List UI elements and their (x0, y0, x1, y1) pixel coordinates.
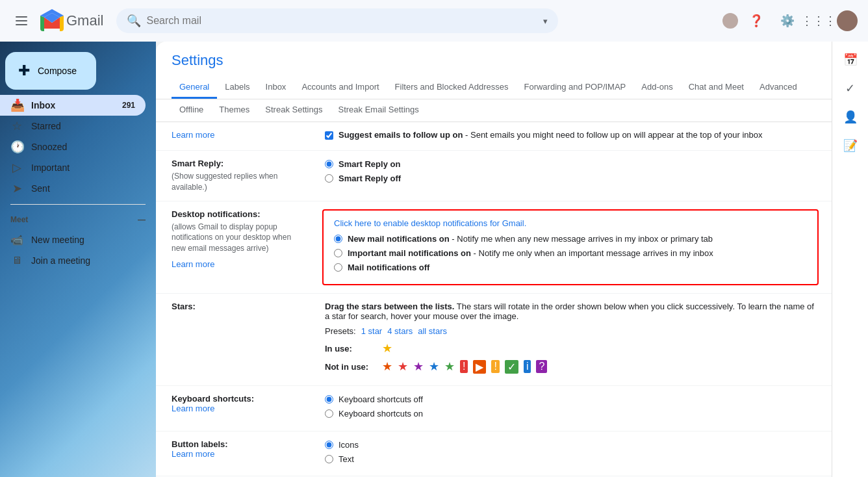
notifications-highlighted-box: Click here to enable desktop notificatio… (322, 209, 819, 286)
important-mail-notifications-radio[interactable] (334, 249, 342, 257)
meet-collapse-icon[interactable]: — (138, 215, 146, 224)
star-not-use-3[interactable]: ★ (413, 359, 424, 374)
important-mail-on-label[interactable]: Important mail notifications on - Notify… (348, 248, 713, 259)
tab-accounts[interactable]: Accounts and Import (294, 77, 387, 99)
button-text-radio[interactable] (325, 455, 333, 463)
account-avatar-small[interactable] (722, 13, 738, 29)
tab-advanced[interactable]: Advanced (752, 77, 805, 99)
star-not-use-check-green[interactable]: ✓ (505, 360, 518, 374)
button-icons-radio[interactable] (325, 441, 333, 449)
right-icon-tasks[interactable]: ✓ (837, 75, 863, 101)
sidebar-label-snoozed: Snoozed (31, 142, 67, 152)
top-right-actions: ❓ ⚙️ ⋮⋮⋮ (722, 8, 858, 34)
shortcuts-off-radio[interactable] (325, 395, 333, 404)
tab-filters[interactable]: Filters and Blocked Addresses (387, 77, 517, 99)
shortcuts-on-label[interactable]: Keyboard shortcuts on (338, 408, 423, 420)
smart-reply-off-radio[interactable] (325, 174, 333, 183)
desktop-notifications-learn-more[interactable]: Learn more (172, 259, 304, 269)
subtab-offline[interactable]: Offline (172, 99, 211, 122)
preset-4stars[interactable]: 4 stars (387, 326, 413, 336)
new-mail-on-option: New mail notifications on - Notify me wh… (334, 233, 807, 245)
search-dropdown-icon[interactable]: ▾ (543, 16, 548, 26)
star-in-use-1[interactable]: ★ (382, 341, 392, 355)
star-not-use-4[interactable]: ★ (429, 359, 439, 374)
smart-reply-off-option: Smart Reply off (325, 173, 816, 185)
smart-reply-on-label[interactable]: Smart Reply on (338, 159, 400, 170)
stars-presets-row: Presets: 1 star 4 stars all stars (325, 326, 816, 336)
shortcuts-on-radio[interactable] (325, 409, 333, 418)
right-icon-calendar[interactable]: 📅 (837, 47, 863, 73)
suggest-emails-label[interactable]: Suggest emails to follow up on - Sent em… (338, 130, 762, 140)
subtab-streak[interactable]: Streak Settings (257, 99, 330, 122)
star-not-use-exclaim-red[interactable]: ! (460, 360, 468, 373)
button-text-option: Text (325, 454, 816, 465)
button-icons-label[interactable]: Icons (338, 439, 359, 451)
desktop-notifications-sublabel: (allows Gmail to display popup notificat… (172, 222, 304, 254)
search-bar[interactable]: 🔍 ▾ (116, 8, 558, 33)
help-button[interactable]: ❓ (743, 8, 769, 34)
new-mail-notifications-radio[interactable] (334, 235, 342, 243)
stars-section: Drag the stars between the lists. The st… (325, 302, 816, 374)
preset-1star[interactable]: 1 star (361, 326, 383, 336)
right-icon-contacts[interactable]: 👤 (837, 104, 863, 130)
button-labels-row: Button labels: Learn more Icons Text (156, 432, 832, 476)
important-icon: ▷ (10, 161, 23, 175)
star-not-use-arrow-orange[interactable]: ▶ (473, 360, 486, 374)
star-not-use-question-purple[interactable]: ? (536, 360, 547, 373)
hamburger-menu[interactable] (10, 11, 32, 31)
tab-addons[interactable]: Add-ons (633, 77, 680, 99)
search-input[interactable] (146, 15, 538, 27)
shortcuts-off-option: Keyboard shortcuts off (325, 394, 816, 406)
sidebar-item-snoozed[interactable]: 🕐 Snoozed (0, 136, 146, 157)
star-not-use-info-blue[interactable]: i (524, 360, 531, 373)
sidebar-item-sent[interactable]: ➤ Sent (0, 178, 146, 199)
settings-header: Settings General Labels Inbox Accounts a… (156, 42, 832, 99)
suggest-emails-learn-more[interactable]: Learn more (172, 130, 214, 140)
subtab-themes[interactable]: Themes (211, 99, 257, 122)
apps-button[interactable]: ⋮⋮⋮ (806, 8, 832, 34)
sidebar-item-important[interactable]: ▷ Important (0, 157, 146, 178)
stars-row: Stars: Drag the stars between the lists.… (156, 294, 832, 386)
keyboard-shortcuts-learn-more[interactable]: Learn more (172, 404, 214, 413)
preset-allstars[interactable]: all stars (418, 326, 447, 336)
keyboard-shortcuts-row: Keyboard shortcuts: Learn more Keyboard … (156, 386, 832, 431)
star-not-use-exclaim-yellow[interactable]: ! (491, 360, 499, 373)
button-text-label[interactable]: Text (338, 454, 354, 465)
button-labels-learn-more[interactable]: Learn more (172, 449, 214, 459)
sidebar-item-inbox[interactable]: 📥 Inbox 291 (0, 95, 146, 116)
settings-title: Settings (172, 52, 816, 69)
inbox-badge: 291 (122, 101, 135, 110)
right-icon-keep[interactable]: 📝 (837, 133, 863, 159)
mail-off-label[interactable]: Mail notifications off (348, 262, 429, 274)
sidebar-item-starred[interactable]: ☆ Starred (0, 116, 146, 136)
suggest-emails-row: Learn more Suggest emails to follow up o… (156, 122, 832, 151)
smart-reply-off-label[interactable]: Smart Reply off (338, 173, 401, 185)
star-not-use-1[interactable]: ★ (382, 359, 392, 374)
stars-not-in-use-row: Not in use: ★ ★ ★ ★ ★ ! ▶ ! ✓ i (325, 359, 816, 374)
top-bar: Gmail 🔍 ▾ ❓ ⚙️ ⋮⋮⋮ (0, 0, 868, 42)
user-avatar[interactable] (837, 10, 858, 31)
settings-button[interactable]: ⚙️ (774, 8, 800, 34)
sidebar-item-join-meeting[interactable]: 🖥 Join a meeting (0, 250, 156, 271)
enable-desktop-notifications-link[interactable]: Click here to enable desktop notificatio… (334, 218, 807, 228)
star-not-use-5[interactable]: ★ (444, 359, 455, 374)
tab-general[interactable]: General (172, 77, 217, 99)
shortcuts-off-label[interactable]: Keyboard shortcuts off (338, 394, 423, 406)
smart-reply-on-radio[interactable] (325, 160, 333, 168)
tab-chat[interactable]: Chat and Meet (681, 77, 752, 99)
suggest-emails-checkbox[interactable] (325, 131, 333, 140)
star-not-use-2[interactable]: ★ (398, 359, 408, 374)
keyboard-shortcuts-label: Keyboard shortcuts: (172, 394, 304, 404)
tab-forwarding[interactable]: Forwarding and POP/IMAP (516, 77, 633, 99)
compose-button[interactable]: ✚ Compose (5, 52, 96, 90)
in-use-label: In use: (325, 344, 377, 354)
mail-notifications-off-radio[interactable] (334, 263, 342, 272)
inbox-icon: 📥 (10, 98, 23, 112)
sidebar-item-new-meeting[interactable]: 📹 New meeting (0, 229, 156, 250)
new-meeting-label: New meeting (31, 235, 84, 245)
subtab-streak-email[interactable]: Streak Email Settings (330, 99, 426, 122)
tab-labels[interactable]: Labels (217, 77, 257, 99)
main-content: Settings General Labels Inbox Accounts a… (156, 42, 832, 477)
tab-inbox[interactable]: Inbox (258, 77, 294, 99)
new-mail-on-label[interactable]: New mail notifications on - Notify me wh… (348, 233, 713, 245)
